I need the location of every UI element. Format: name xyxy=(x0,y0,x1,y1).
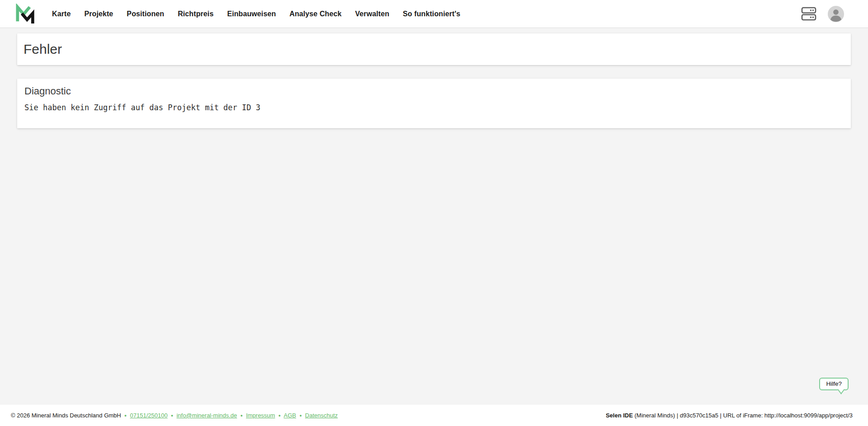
footer-right: Selen IDE (Mineral Minds) | d93c570c15a5… xyxy=(606,412,853,419)
separator-dot: • xyxy=(277,412,283,419)
dns-server-icon[interactable] xyxy=(801,6,816,21)
footer-left: © 2026 Mineral Minds Deutschland GmbH • … xyxy=(11,412,338,419)
top-navigation-bar: Karte Projekte Positionen Richtpreis Ein… xyxy=(0,0,868,28)
page-title: Fehler xyxy=(24,42,62,57)
error-card: Fehler xyxy=(17,33,851,65)
agb-link[interactable]: AGB xyxy=(284,412,296,419)
main-nav: Karte Projekte Positionen Richtpreis Ein… xyxy=(45,0,467,28)
separator-dot: • xyxy=(239,412,245,419)
nav-item-einbauweisen[interactable]: Einbauweisen xyxy=(220,0,283,28)
nav-item-positionen[interactable]: Positionen xyxy=(120,0,171,28)
nav-item-richtpreis[interactable]: Richtpreis xyxy=(171,0,220,28)
separator-dot: • xyxy=(298,412,304,419)
diagnostic-title: Diagnostic xyxy=(24,85,844,97)
mineral-minds-logo[interactable] xyxy=(15,4,36,24)
user-avatar-icon[interactable] xyxy=(828,6,844,22)
phone-link[interactable]: 07151/250100 xyxy=(130,412,168,419)
nav-item-so-funktionierts[interactable]: So funktioniert's xyxy=(396,0,467,28)
ide-info: (Mineral Minds) | d93c570c15a5 | URL of … xyxy=(633,412,853,419)
nav-item-analyse-check[interactable]: Analyse Check xyxy=(283,0,348,28)
header-icon-group xyxy=(801,6,844,22)
ide-name: Selen IDE xyxy=(606,412,633,419)
copyright-text: © 2026 Mineral Minds Deutschland GmbH xyxy=(11,412,121,419)
main-content: Fehler Diagnostic Sie haben kein Zugriff… xyxy=(0,28,868,405)
datenschutz-link[interactable]: Datenschutz xyxy=(305,412,338,419)
separator-dot: • xyxy=(169,412,175,419)
nav-item-verwalten[interactable]: Verwalten xyxy=(348,0,396,28)
nav-item-projekte[interactable]: Projekte xyxy=(77,0,120,28)
nav-item-karte[interactable]: Karte xyxy=(45,0,77,28)
impressum-link[interactable]: Impressum xyxy=(246,412,275,419)
diagnostic-card: Diagnostic Sie haben kein Zugriff auf da… xyxy=(17,79,851,128)
help-button[interactable]: Hilfe? xyxy=(819,378,849,390)
separator-dot: • xyxy=(123,412,128,419)
footer: © 2026 Mineral Minds Deutschland GmbH • … xyxy=(0,405,868,426)
email-link[interactable]: info@mineral-minds.de xyxy=(176,412,237,419)
diagnostic-message: Sie haben kein Zugriff auf das Projekt m… xyxy=(24,103,844,112)
